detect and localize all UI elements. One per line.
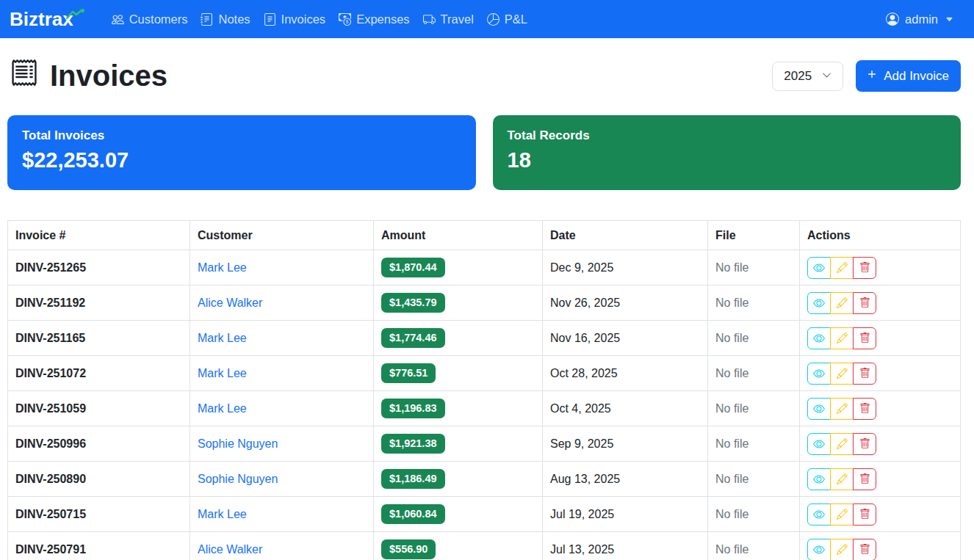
delete-button[interactable] [853,363,876,385]
invoice-date: Dec 9, 2025 [543,250,708,286]
customer-link[interactable]: Mark Lee [198,367,247,379]
navbar: Biztrax Customers Notes Invoices [0,0,974,38]
add-invoice-label: Add Invoice [884,69,949,84]
table-header-row: Invoice # Customer Amount Date File Acti… [8,221,961,250]
edit-button[interactable] [830,503,854,526]
nav-item-invoices[interactable]: Invoices [264,12,326,26]
file-status: No file [708,391,800,426]
invoice-date: Sep 9, 2025 [543,426,708,462]
amount-badge: $1,870.44 [381,258,445,278]
customer-link[interactable]: Sophie Nguyen [198,473,278,485]
nav-item-pnl[interactable]: P&L [487,12,527,26]
invoices-table: Invoice # Customer Amount Date File Acti… [7,220,961,560]
edit-button[interactable] [830,363,854,385]
edit-button[interactable] [830,327,854,349]
delete-button[interactable] [853,398,876,420]
view-button[interactable] [807,433,831,455]
delete-button[interactable] [853,292,876,314]
pencil-icon [837,509,848,520]
page-title-label: Invoices [50,59,167,92]
pencil-icon [837,473,848,484]
delete-button[interactable] [853,503,876,526]
pencil-icon [837,368,848,379]
trash-icon [859,473,870,484]
table-row: DINV-250715 Mark Lee $1,060.84 Jul 19, 2… [8,497,961,532]
trash-icon [859,544,870,555]
edit-button[interactable] [830,539,854,560]
view-button[interactable] [807,503,831,526]
table-row: DINV-251192 Alice Walker $1,435.79 Nov 2… [8,286,961,321]
customer-link[interactable]: Mark Lee [198,508,247,520]
trash-icon [859,262,870,273]
row-actions [807,398,876,420]
delete-button[interactable] [853,468,876,490]
trash-icon [859,297,870,308]
eye-icon [813,262,825,274]
view-button[interactable] [807,468,831,490]
file-status: No file [708,321,800,356]
total-invoices-label: Total Invoices [22,128,461,143]
customer-link[interactable]: Mark Lee [198,261,247,274]
user-menu[interactable]: admin [886,12,953,26]
customer-link[interactable]: Alice Walker [198,543,262,556]
trash-icon [859,509,870,520]
delete-button[interactable] [853,433,876,455]
table-row: DINV-251165 Mark Lee $1,774.46 Nov 16, 2… [8,321,961,356]
brand-logo[interactable]: Biztrax [10,10,81,29]
invoice-number: DINV-251072 [8,356,190,391]
user-label: admin [905,12,938,26]
edit-button[interactable] [830,468,854,490]
caret-down-icon [945,15,953,23]
view-button[interactable] [807,363,831,385]
view-button[interactable] [807,398,831,420]
total-invoices-card: Total Invoices $22,253.07 [7,115,476,190]
truck-icon [423,13,436,26]
amount-badge: $776.51 [381,363,436,384]
invoice-number: DINV-251265 [8,250,190,286]
cash-coin-icon [339,13,351,26]
invoice-table-body: DINV-251265 Mark Lee $1,870.44 Dec 9, 20… [8,250,961,560]
nav-item-notes[interactable]: Notes [201,12,250,26]
file-status: No file [708,356,800,391]
view-button[interactable] [807,327,831,349]
invoice-date: Nov 26, 2025 [543,286,708,321]
view-button[interactable] [807,292,831,314]
file-status: No file [708,426,800,462]
amount-badge: $1,186.49 [381,469,445,490]
nav-label: Expenses [356,12,409,26]
customer-link[interactable]: Alice Walker [198,297,262,309]
add-invoice-button[interactable]: Add Invoice [856,60,961,92]
invoice-date: Aug 13, 2025 [543,462,708,497]
customer-link[interactable]: Mark Lee [198,402,247,415]
edit-button[interactable] [830,398,854,420]
eye-icon [813,509,825,520]
nav-item-expenses[interactable]: Expenses [339,12,409,26]
nav-label: Notes [218,12,250,26]
delete-button[interactable] [853,327,876,349]
customer-link[interactable]: Sophie Nguyen [198,437,278,450]
delete-button[interactable] [853,539,876,560]
invoice-number: DINV-250715 [8,497,190,532]
edit-button[interactable] [830,257,854,279]
nav-item-travel[interactable]: Travel [423,12,474,26]
trash-icon [859,368,870,379]
edit-button[interactable] [830,433,854,455]
customer-link[interactable]: Mark Lee [198,332,247,344]
delete-button[interactable] [853,257,876,279]
view-button[interactable] [807,539,831,560]
nav-item-customers[interactable]: Customers [112,12,188,26]
invoice-number: DINV-250890 [8,462,190,497]
view-button[interactable] [807,257,831,279]
invoice-date: Oct 28, 2025 [543,356,708,391]
pencil-icon [837,297,848,308]
pencil-icon [837,262,848,273]
amount-badge: $1,921.38 [381,434,445,454]
total-records-card: Total Records 18 [493,115,962,190]
year-select[interactable]: 2025 [772,62,843,91]
pencil-icon [837,332,848,343]
table-row: DINV-250890 Sophie Nguyen $1,186.49 Aug … [8,462,961,497]
eye-icon [813,544,825,556]
plus-icon [865,68,879,84]
edit-button[interactable] [830,292,854,314]
eye-icon [813,368,825,379]
